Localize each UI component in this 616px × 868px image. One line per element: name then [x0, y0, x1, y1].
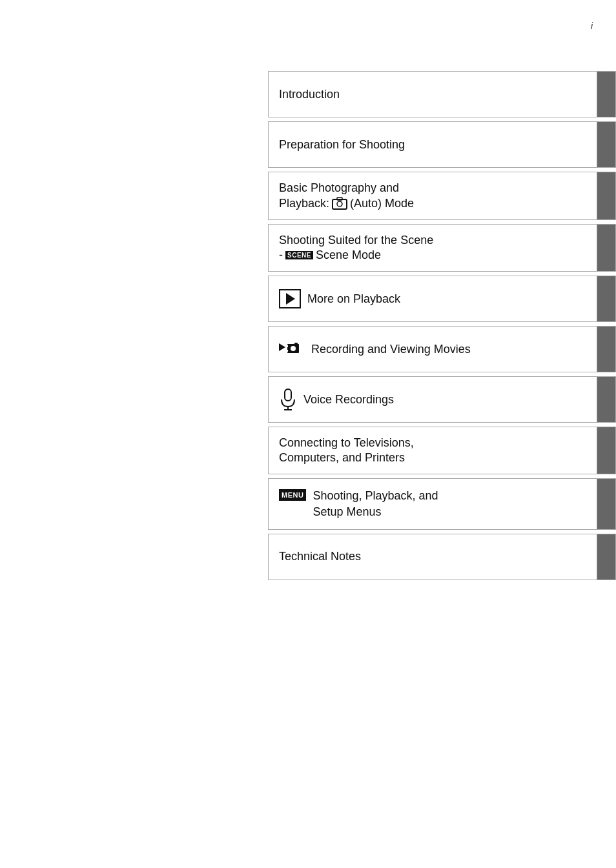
toc-item-technical[interactable]: Technical Notes	[269, 534, 597, 580]
toc-label-basic-line2: Playback: (Auto) Mode	[279, 196, 414, 210]
toc-tab-scene-mode	[597, 225, 615, 271]
mic-icon	[279, 389, 297, 410]
toc-label-playback: More on Playback	[307, 292, 400, 306]
toc-item-menus[interactable]: MENU Shooting, Playback, and Setup Menus	[269, 479, 597, 529]
toc-label-basic-line1: Basic Photography and	[279, 181, 399, 195]
svg-rect-7	[286, 350, 288, 352]
toc-label-scene-line2: - SCENE Scene Mode	[279, 248, 381, 262]
toc-row-voice[interactable]: Voice Recordings	[268, 376, 616, 423]
toc-label-technical: Technical Notes	[279, 550, 361, 563]
toc-tab-introduction	[597, 72, 615, 117]
toc-row-preparation[interactable]: Preparation for Shooting	[268, 121, 616, 168]
toc-label-preparation: Preparation for Shooting	[279, 138, 405, 152]
toc-label-introduction: Introduction	[279, 88, 340, 101]
toc-row-movies[interactable]: Recording and Viewing Movies	[268, 326, 616, 372]
toc-label-connecting-line1: Connecting to Televisions,	[279, 436, 414, 450]
toc-tab-technical	[597, 534, 615, 580]
toc-label-movies: Recording and Viewing Movies	[311, 343, 471, 356]
movie-icon	[279, 339, 305, 359]
toc-item-voice[interactable]: Voice Recordings	[269, 377, 597, 422]
toc-label-menus-line2: Setup Menus	[313, 504, 438, 520]
toc-tab-menus	[597, 479, 615, 529]
toc-item-connecting[interactable]: Connecting to Televisions, Computers, an…	[269, 427, 597, 474]
toc-row-introduction[interactable]: Introduction	[268, 71, 616, 117]
table-of-contents: Introduction Preparation for Shooting Ba…	[268, 71, 616, 584]
toc-item-preparation[interactable]: Preparation for Shooting	[269, 122, 597, 167]
toc-item-basic-photography[interactable]: Basic Photography and Playback: (Auto) M…	[269, 172, 597, 219]
toc-tab-basic-photography	[597, 172, 615, 219]
toc-item-scene-mode[interactable]: Shooting Suited for the Scene - SCENE Sc…	[269, 225, 597, 271]
toc-item-movies[interactable]: Recording and Viewing Movies	[269, 327, 597, 372]
toc-label-menus: Shooting, Playback, and Setup Menus	[313, 488, 438, 520]
toc-tab-preparation	[597, 122, 615, 167]
playback-icon	[279, 289, 301, 308]
toc-label-connecting-line2: Computers, and Printers	[279, 451, 405, 465]
toc-row-technical[interactable]: Technical Notes	[268, 534, 616, 580]
toc-row-scene-mode[interactable]: Shooting Suited for the Scene - SCENE Sc…	[268, 224, 616, 272]
toc-row-basic-photography[interactable]: Basic Photography and Playback: (Auto) M…	[268, 172, 616, 220]
toc-row-playback[interactable]: More on Playback	[268, 276, 616, 322]
toc-tab-voice	[597, 377, 615, 422]
svg-marker-3	[279, 343, 285, 351]
menu-icon: MENU	[279, 489, 306, 501]
toc-label-menus-line1: Shooting, Playback, and	[313, 488, 438, 503]
toc-tab-playback	[597, 276, 615, 321]
svg-rect-9	[285, 389, 291, 401]
svg-point-5	[291, 346, 296, 351]
toc-label-scene-line1: Shooting Suited for the Scene	[279, 234, 433, 247]
svg-rect-8	[294, 343, 298, 345]
svg-point-1	[337, 201, 342, 207]
svg-rect-6	[286, 345, 288, 347]
toc-tab-movies	[597, 327, 615, 372]
camera-icon	[332, 196, 347, 210]
toc-row-connecting[interactable]: Connecting to Televisions, Computers, an…	[268, 427, 616, 474]
page-number: i	[591, 21, 593, 31]
scene-icon: SCENE	[285, 251, 313, 259]
toc-item-playback[interactable]: More on Playback	[269, 276, 597, 321]
toc-item-introduction[interactable]: Introduction	[269, 72, 597, 117]
toc-label-voice: Voice Recordings	[303, 393, 394, 407]
toc-row-menus[interactable]: MENU Shooting, Playback, and Setup Menus	[268, 478, 616, 530]
toc-tab-connecting	[597, 427, 615, 474]
